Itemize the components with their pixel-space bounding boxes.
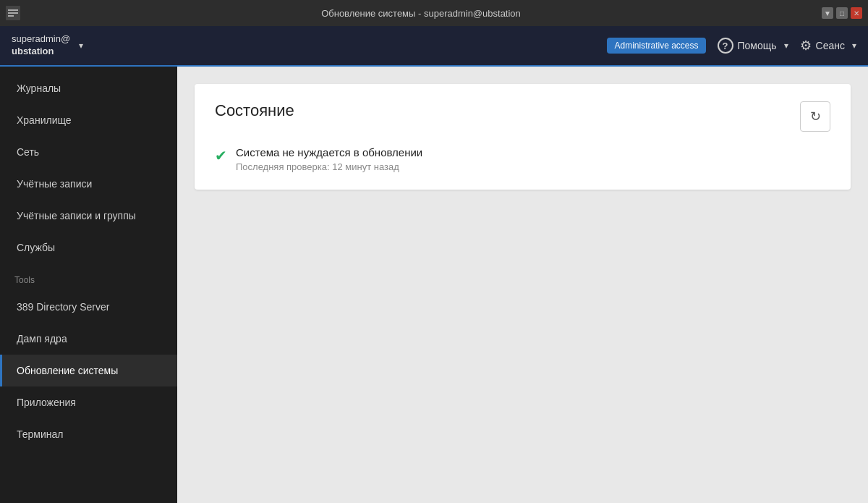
username: superadmin@ — [12, 33, 70, 44]
card-header: Состояние ↻ — [215, 101, 830, 132]
svg-rect-2 — [8, 12, 18, 14]
help-label: Помощь — [738, 40, 777, 51]
sidebar-item-389-directory[interactable]: 389 Directory Server — [0, 291, 177, 323]
header: superadmin@ ubstation ▾ Administrative a… — [0, 26, 868, 67]
session-label: Сеанс — [816, 40, 845, 51]
main-content: Состояние ↻ ✔ Система не нуждается в обн… — [177, 67, 868, 503]
sidebar-item-services[interactable]: Службы — [0, 232, 177, 263]
svg-rect-3 — [8, 15, 14, 17]
header-left: superadmin@ ubstation ▾ — [12, 33, 83, 58]
status-message: Система не нуждается в обновлении — [236, 146, 422, 158]
status-row: ✔ Система не нуждается в обновлении Посл… — [215, 146, 830, 172]
app-icon — [6, 6, 20, 20]
window-controls: ▼ □ ✕ — [822, 7, 862, 19]
svg-rect-1 — [8, 9, 18, 11]
help-icon: ? — [718, 38, 733, 54]
app-container: superadmin@ ubstation ▾ Administrative a… — [0, 26, 868, 503]
titlebar-title: Обновление системы - superadmin@ubstatio… — [20, 8, 822, 19]
gear-icon: ⚙ — [800, 38, 812, 54]
help-dropdown-arrow: ▾ — [784, 41, 788, 51]
hostname: ubstation — [12, 46, 54, 56]
session-button[interactable]: ⚙ Сеанс ▾ — [800, 38, 856, 54]
help-button[interactable]: ? Помощь ▾ — [718, 38, 788, 54]
sidebar-item-network[interactable]: Сеть — [0, 136, 177, 168]
card-title: Состояние — [215, 101, 294, 120]
sidebar-item-system-update[interactable]: Обновление системы — [0, 355, 177, 386]
sidebar: Журналы Хранилище Сеть Учётные записи Уч… — [0, 67, 177, 503]
checkmark-icon: ✔ — [215, 147, 227, 164]
sidebar-item-kernel-dump[interactable]: Дамп ядра — [0, 323, 177, 355]
sidebar-item-applications[interactable]: Приложения — [0, 386, 177, 418]
refresh-button[interactable]: ↻ — [800, 101, 830, 132]
tools-section-label: Tools — [0, 263, 177, 291]
user-dropdown-arrow[interactable]: ▾ — [79, 41, 83, 51]
user-info: superadmin@ ubstation — [12, 33, 70, 58]
minimize-button[interactable]: ▼ — [822, 7, 833, 19]
session-dropdown-arrow: ▾ — [852, 41, 856, 51]
maximize-button[interactable]: □ — [836, 7, 848, 19]
titlebar: Обновление системы - superadmin@ubstatio… — [0, 0, 868, 26]
sidebar-item-accounts[interactable]: Учётные записи — [0, 168, 177, 200]
status-subtext: Последняя проверка: 12 минут назад — [236, 161, 422, 172]
sidebar-item-storage[interactable]: Хранилище — [0, 104, 177, 136]
header-right: Administrative access ? Помощь ▾ ⚙ Сеанс… — [607, 38, 856, 54]
admin-badge: Administrative access — [607, 38, 705, 54]
body: Журналы Хранилище Сеть Учётные записи Уч… — [0, 67, 868, 503]
refresh-icon: ↻ — [810, 109, 821, 124]
close-button[interactable]: ✕ — [851, 7, 862, 19]
sidebar-item-accounts-groups[interactable]: Учётные записи и группы — [0, 200, 177, 232]
sidebar-item-journals[interactable]: Журналы — [0, 72, 177, 104]
status-card: Состояние ↻ ✔ Система не нуждается в обн… — [195, 84, 851, 190]
sidebar-item-terminal[interactable]: Терминал — [0, 418, 177, 450]
status-text-block: Система не нуждается в обновлении Послед… — [236, 146, 422, 172]
